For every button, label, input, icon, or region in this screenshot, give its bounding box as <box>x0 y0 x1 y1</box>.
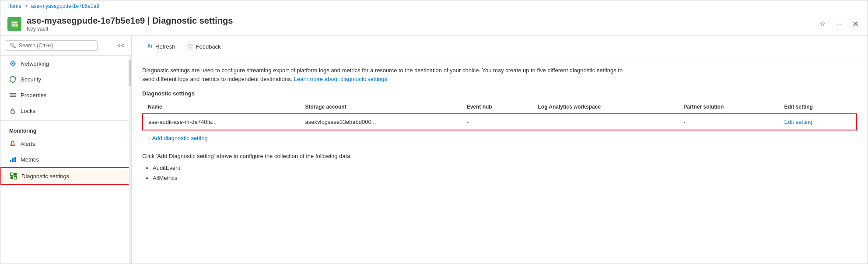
svg-rect-8 <box>10 96 16 97</box>
more-icon[interactable]: ··· <box>834 18 844 30</box>
sidebar-item-locks-label: Locks <box>21 108 35 114</box>
svg-point-5 <box>12 63 14 64</box>
sidebar-item-security-label: Security <box>21 76 41 83</box>
grid-icon <box>10 172 17 180</box>
svg-rect-7 <box>10 95 16 95</box>
sidebar-nav: Networking Security Properties <box>0 56 131 264</box>
diagnostic-settings-section-title: Diagnostic settings <box>142 90 857 97</box>
sidebar-search-area: 🔍 << <box>0 36 131 56</box>
header-actions: ☆ ··· ✕ <box>818 18 861 31</box>
svg-rect-12 <box>12 158 14 162</box>
diagnostic-settings-table: Name Storage account Event hub Log Analy… <box>142 100 857 130</box>
row-edit-setting[interactable]: Edit setting <box>779 114 857 130</box>
sidebar-item-diagnostic-settings[interactable]: Diagnostic settings <box>0 167 131 185</box>
collection-info-text: Click 'Add Diagnostic setting' above to … <box>142 153 857 159</box>
bullet-item-allmetrics: AllMetrics <box>153 173 857 183</box>
monitoring-section-header: Monitoring <box>0 123 131 136</box>
search-box[interactable]: 🔍 <box>6 40 98 51</box>
refresh-icon: ↻ <box>147 43 153 50</box>
table-body: ase-audit-ase-m-de740fa... asekvlogsase3… <box>143 114 857 130</box>
row-log-analytics <box>532 114 678 130</box>
sidebar-item-security[interactable]: Security <box>0 71 131 87</box>
table-row: ase-audit-ase-m-de740fa... asekvlogsase3… <box>143 114 857 130</box>
toolbar: ↻ Refresh ♡ Feedback <box>132 36 868 57</box>
learn-more-link[interactable]: Learn more about diagnostic settings <box>294 76 387 82</box>
chart-icon <box>9 156 16 163</box>
page-title: ase-myasegpude-1e7b5e1e9 | Diagnostic se… <box>27 16 818 26</box>
svg-rect-1 <box>12 22 17 23</box>
sidebar: 🔍 << Networking <box>0 36 132 264</box>
bars-icon <box>9 92 16 99</box>
bullet-item-auditevent: AuditEvent <box>153 163 857 173</box>
resource-type: Key vault <box>27 26 818 32</box>
resource-icon <box>7 17 21 31</box>
col-name: Name <box>143 100 300 114</box>
collapse-sidebar-button[interactable]: << <box>116 40 126 51</box>
col-log-analytics: Log Analytics workspace <box>532 100 678 114</box>
bell-icon <box>9 140 16 147</box>
sidebar-item-alerts-label: Alerts <box>21 141 35 147</box>
sidebar-item-networking-label: Networking <box>21 60 49 67</box>
description-text: Diagnostic settings are used to configur… <box>142 66 623 83</box>
heart-icon: ♡ <box>188 43 193 50</box>
feedback-button[interactable]: ♡ Feedback <box>182 40 226 53</box>
refresh-button[interactable]: ↻ Refresh <box>142 40 181 53</box>
add-diagnostic-setting-link[interactable]: + Add diagnostic setting <box>142 130 857 146</box>
svg-rect-2 <box>12 24 17 25</box>
sidebar-item-properties[interactable]: Properties <box>0 87 131 103</box>
network-icon <box>9 60 16 67</box>
sidebar-item-networking[interactable]: Networking <box>0 56 131 71</box>
content-area: ↻ Refresh ♡ Feedback Diagnostic settings… <box>132 36 868 264</box>
sidebar-divider <box>0 120 131 121</box>
row-eventhub: - <box>462 114 533 130</box>
page-header: ase-myasegpude-1e7b5e1e9 | Diagnostic se… <box>0 12 868 36</box>
row-partner: - <box>678 114 779 130</box>
svg-rect-17 <box>14 176 17 179</box>
row-name: ase-audit-ase-m-de740fa... <box>143 114 300 130</box>
sidebar-item-alerts[interactable]: Alerts <box>0 136 131 151</box>
search-input[interactable] <box>19 42 94 49</box>
svg-rect-16 <box>10 176 13 179</box>
shield-icon <box>9 76 16 83</box>
edit-setting-link[interactable]: Edit setting <box>784 119 812 125</box>
sidebar-item-metrics-label: Metrics <box>21 156 39 163</box>
svg-point-4 <box>16 24 18 26</box>
col-partner: Partner solution <box>678 100 779 114</box>
col-edit: Edit setting <box>779 100 857 114</box>
sidebar-item-locks[interactable]: Locks <box>0 103 131 119</box>
close-icon[interactable]: ✕ <box>850 18 861 31</box>
row-storage: asekvlogsase33ebabd000... <box>300 114 462 130</box>
refresh-label: Refresh <box>155 43 175 50</box>
breadcrumb: Home > ase-myasegpude-1e7b5e1e9 <box>0 0 868 12</box>
sidebar-item-properties-label: Properties <box>21 92 46 99</box>
content-body: Diagnostic settings are used to configur… <box>132 57 868 192</box>
sidebar-item-metrics[interactable]: Metrics <box>0 151 131 167</box>
breadcrumb-resource[interactable]: ase-myasegpude-1e7b5e1e9 <box>31 3 99 9</box>
lock-icon <box>9 107 16 114</box>
svg-rect-9 <box>11 111 14 113</box>
svg-rect-6 <box>10 93 16 94</box>
svg-rect-11 <box>10 160 11 162</box>
col-eventhub: Event hub <box>462 100 533 114</box>
table-header: Name Storage account Event hub Log Analy… <box>143 100 857 114</box>
svg-rect-3 <box>12 25 15 26</box>
svg-rect-14 <box>10 173 13 176</box>
search-icon: 🔍 <box>10 42 16 49</box>
col-storage: Storage account <box>300 100 462 114</box>
svg-rect-13 <box>14 157 16 162</box>
bullet-list: AuditEvent AllMetrics <box>153 163 857 183</box>
pin-icon[interactable]: ☆ <box>818 18 827 30</box>
header-title-block: ase-myasegpude-1e7b5e1e9 | Diagnostic se… <box>27 16 818 32</box>
feedback-label: Feedback <box>196 43 221 50</box>
breadcrumb-home[interactable]: Home <box>7 3 21 9</box>
svg-rect-15 <box>14 173 17 176</box>
breadcrumb-separator: > <box>24 3 28 9</box>
sidebar-item-diagnostic-settings-label: Diagnostic settings <box>21 173 69 180</box>
